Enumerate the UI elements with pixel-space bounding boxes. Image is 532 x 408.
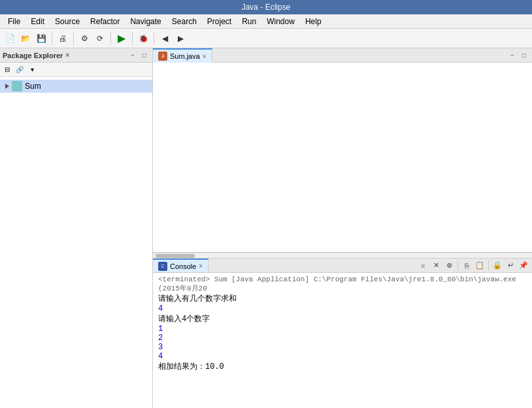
toolbar-settings-button[interactable]: ⚙: [77, 31, 91, 46]
editor-tab-bar: J Sum.java × − □: [153, 48, 532, 63]
project-icon: [12, 81, 22, 91]
console-line-2: 4: [158, 304, 527, 313]
toolbar-debug-button[interactable]: 🐞: [136, 31, 150, 46]
toolbar: 📄 📂 💾 🖨 ⚙ ⟳ ▶ 🐞 ◀ ▶: [0, 29, 532, 48]
scrollbar-thumb[interactable]: [156, 254, 195, 258]
toolbar-run-button[interactable]: ▶: [114, 31, 129, 46]
menu-search[interactable]: Search: [167, 16, 202, 27]
console-icon: C: [158, 262, 167, 271]
console-remove-button[interactable]: ⊗: [443, 260, 455, 272]
console-tab-bar: C Console × ■ ✕ ⊗ ⎘ 📋 🔒 ↵ 📌: [153, 259, 532, 273]
toolbar-sep-5: [154, 32, 154, 45]
console-tab-close-icon[interactable]: ×: [199, 262, 203, 270]
panel-maximize-button[interactable]: □: [139, 50, 150, 61]
menu-navigate[interactable]: Navigate: [125, 16, 166, 27]
package-explorer-title-area: Package Explorer ×: [3, 52, 69, 59]
console-clear-button[interactable]: ■: [417, 260, 429, 272]
toolbar-refresh-button[interactable]: ⟳: [93, 31, 107, 46]
package-explorer-toolbar: ⊟ 🔗 ▾: [0, 63, 152, 77]
console-line-7: 4: [158, 352, 527, 361]
menu-refactor[interactable]: Refactor: [85, 16, 125, 27]
menu-bar: File Edit Source Refactor Navigate Searc…: [0, 14, 532, 29]
console-paste-button[interactable]: 📋: [474, 260, 486, 272]
console-line-1: 请输入有几个数字求和: [158, 293, 527, 304]
left-panel: Package Explorer × − □ ⊟ 🔗 ▾ Sum: [0, 48, 153, 408]
console-copy-button[interactable]: ⎘: [461, 260, 473, 272]
title-bar: Java - Eclipse: [0, 0, 532, 14]
menu-source[interactable]: Source: [50, 16, 85, 27]
java-file-icon: J: [158, 52, 167, 61]
console-tab-label: Console: [170, 262, 196, 270]
editor-tab-controls: − □: [507, 48, 532, 62]
menu-help[interactable]: Help: [300, 16, 327, 27]
package-explorer-content: Sum: [0, 77, 152, 408]
tree-item-sum[interactable]: Sum: [0, 80, 152, 93]
package-explorer-controls: − □: [127, 50, 150, 61]
panel-minimize-button[interactable]: −: [127, 50, 138, 61]
expand-icon: [5, 84, 9, 89]
main-layout: Package Explorer × − □ ⊟ 🔗 ▾ Sum: [0, 48, 532, 408]
menu-project[interactable]: Project: [202, 16, 237, 27]
console-toolbar: ■ ✕ ⊗ ⎘ 📋 🔒 ↵ 📌: [417, 259, 532, 272]
editor-area: J Sum.java × − □: [153, 48, 532, 258]
console-pin-button[interactable]: 📌: [518, 260, 529, 272]
toolbar-print-button[interactable]: 🖨: [56, 31, 70, 46]
menu-edit[interactable]: Edit: [25, 16, 50, 27]
console-terminated-line: <terminated> Sum [Java Application] C:\P…: [158, 275, 527, 293]
collapse-all-button[interactable]: ⊟: [1, 64, 13, 76]
console-output[interactable]: <terminated> Sum [Java Application] C:\P…: [153, 273, 532, 408]
toolbar-new-button[interactable]: 📄: [3, 31, 17, 46]
editor-tab-sumjava[interactable]: J Sum.java ×: [153, 48, 212, 63]
toolbar-back-button[interactable]: ◀: [158, 31, 172, 46]
right-panel: J Sum.java × − □: [153, 48, 532, 408]
console-line-5: 2: [158, 334, 527, 343]
console-tab-console[interactable]: C Console ×: [153, 259, 208, 272]
package-explorer-close-icon[interactable]: ×: [65, 52, 69, 59]
editor-maximize-button[interactable]: □: [519, 50, 529, 61]
package-explorer-title: Package Explorer: [3, 52, 63, 59]
toolbar-sep-2: [73, 32, 74, 45]
editor-tabs: J Sum.java ×: [153, 48, 212, 62]
package-explorer-header: Package Explorer × − □: [0, 48, 152, 63]
toolbar-save-button[interactable]: 💾: [34, 31, 48, 46]
console-terminate-button[interactable]: ✕: [430, 260, 442, 272]
console-word-wrap-button[interactable]: ↵: [505, 260, 516, 272]
console-line-3: 请输入4个数字: [158, 313, 527, 324]
editor-minimize-button[interactable]: −: [507, 50, 518, 61]
console-line-8: 相加结果为：10.0: [158, 361, 527, 372]
link-with-editor-button[interactable]: 🔗: [14, 64, 25, 76]
console-scroll-lock-button[interactable]: 🔒: [491, 260, 503, 272]
toolbar-sep-4: [132, 32, 133, 45]
toolbar-forward-button[interactable]: ▶: [173, 31, 188, 46]
menu-run[interactable]: Run: [237, 16, 261, 27]
window-title: Java - Eclipse: [242, 3, 291, 12]
console-sep-1: [457, 260, 458, 271]
editor-scrollbar[interactable]: [153, 253, 532, 258]
menu-file[interactable]: File: [3, 16, 25, 27]
toolbar-sep-3: [110, 32, 111, 45]
editor-content[interactable]: [153, 63, 532, 253]
toolbar-sep-1: [52, 32, 52, 45]
toolbar-open-button[interactable]: 📂: [18, 31, 33, 46]
console-line-4: 1: [158, 324, 527, 334]
project-label: Sum: [25, 82, 41, 91]
menu-window[interactable]: Window: [261, 16, 300, 27]
console-sep-2: [488, 260, 489, 271]
editor-tab-label: Sum.java: [170, 52, 200, 60]
console-area: C Console × ■ ✕ ⊗ ⎘ 📋 🔒 ↵ 📌: [153, 258, 532, 408]
console-tabs: C Console ×: [153, 259, 208, 272]
view-menu-button[interactable]: ▾: [26, 64, 38, 76]
console-line-6: 3: [158, 343, 527, 352]
editor-tab-close-icon[interactable]: ×: [203, 53, 207, 60]
